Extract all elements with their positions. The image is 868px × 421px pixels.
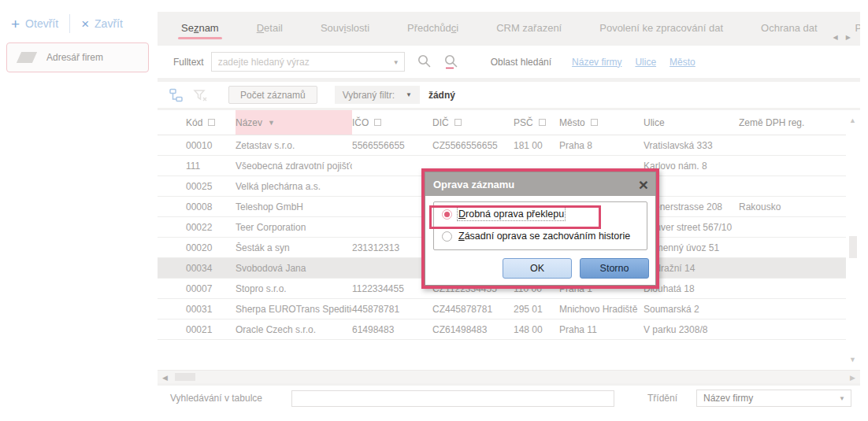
radio-label: Zásadní oprava se zachováním historie <box>458 231 630 242</box>
column-header-di[interactable]: DIČ <box>432 110 514 135</box>
scope-link-n-zev-firmy[interactable]: Název firmy <box>572 57 621 68</box>
hierarchy-icon[interactable] <box>169 87 184 103</box>
sidebar-item-label: Adresář firem <box>46 52 103 63</box>
radio-icon[interactable] <box>442 209 452 220</box>
cell: Šesták a syn <box>236 242 352 253</box>
cell: CZ445878781 <box>432 304 514 315</box>
scroll-left-icon[interactable]: ◀ <box>162 374 168 382</box>
cell: Teer Corporation <box>236 222 352 233</box>
table-search-label: Vyhledávání v tabulce <box>170 393 291 404</box>
radio-option-drobn-oprava-p-eklepu[interactable]: Drobná oprava překlepu <box>442 209 564 220</box>
cell: 181 00 <box>514 140 559 151</box>
search-icon[interactable] <box>417 54 432 70</box>
scope-link-ulice[interactable]: Ulice <box>635 57 656 68</box>
filter-box-icon[interactable] <box>208 119 215 126</box>
column-header-k-d[interactable]: Kód <box>186 110 236 135</box>
clear-filter-icon <box>192 87 208 103</box>
scroll-up-icon[interactable]: ▲ <box>849 116 856 124</box>
grid-header-row: KódNázev▼IČODIČPSČMěstoUliceZemě DPH reg… <box>158 110 846 135</box>
scope-label: Oblast hledání <box>491 57 551 68</box>
tab-bar: SeznamDetailSouvislostiPředchůdciCRM zař… <box>158 12 860 43</box>
cell: V parku 2308/8 <box>644 324 739 335</box>
table-row[interactable]: 00031Sherpa EUROTrans Spedition445878781… <box>158 299 846 319</box>
cell: 00008 <box>186 201 236 212</box>
radio-option-z-sadn-oprava-se-zachov-n-m-historie[interactable]: Zásadní oprava se zachováním historie <box>442 231 630 242</box>
filter-box-icon[interactable] <box>454 119 462 126</box>
options-groupbox: Drobná oprava překlepuZásadní oprava se … <box>433 201 647 250</box>
filter-box-icon[interactable] <box>539 119 546 126</box>
horizontal-scrollbar[interactable]: ◀ ▶ <box>158 370 860 383</box>
tab-crm-za-azen[interactable]: CRM zařazení <box>477 12 581 43</box>
cell: CZ5566556655 <box>432 140 514 151</box>
column-label: Město <box>559 117 585 128</box>
dialog-close-icon[interactable]: × <box>639 176 648 193</box>
open-button[interactable]: + Otevřít <box>11 17 58 31</box>
module-icon <box>17 52 37 63</box>
close-button[interactable]: × Zavřít <box>81 17 123 31</box>
tab-scroll-arrows-icon[interactable]: ◀ ▶ <box>833 34 854 41</box>
cell: 00020 <box>186 242 236 253</box>
filter-box-icon[interactable] <box>591 119 598 126</box>
column-header-zem-dph-reg[interactable]: Země DPH reg. <box>739 110 830 135</box>
vertical-scrollbar-thumb[interactable] <box>849 236 857 258</box>
column-header-m-sto[interactable]: Město <box>559 110 644 135</box>
column-header-ps[interactable]: PSČ <box>514 110 559 135</box>
vertical-scrollbar[interactable]: ▲ ▼ <box>846 110 860 370</box>
record-count-button[interactable]: Počet záznamů <box>228 86 317 104</box>
column-label: DIČ <box>432 117 449 128</box>
column-label: Kód <box>186 117 202 128</box>
horizontal-scrollbar-thumb[interactable] <box>175 373 195 381</box>
scroll-down-icon[interactable]: ▼ <box>849 356 856 364</box>
cell: 00021 <box>186 324 236 335</box>
cell: 111 <box>186 161 236 172</box>
chevron-down-icon: ▼ <box>406 91 412 98</box>
cell: Soumarská 2 <box>644 304 739 315</box>
filter-value: žádný <box>428 90 455 101</box>
scope-link-m-sto[interactable]: Město <box>670 57 696 68</box>
cell: 00025 <box>186 181 236 192</box>
column-header-i-o[interactable]: IČO <box>352 110 432 135</box>
app-window: + Otevřít × Zavřít Adresář firem SeznamD… <box>0 0 868 421</box>
tab-povolen-ke-zpracov-n-dat[interactable]: Povolení ke zpracování dat <box>581 12 742 43</box>
tab-ochrana-dat[interactable]: Ochrana dat <box>742 12 836 43</box>
cell: Všeobecná zdravotní pojišťovna <box>236 161 352 172</box>
tab-p-edch-dci[interactable]: Předchůdci <box>388 12 477 43</box>
storno-button[interactable]: Storno <box>580 258 649 279</box>
table-row[interactable]: 00010Zetastav s.r.o.5566556655CZ55665566… <box>158 135 846 156</box>
filter-select[interactable]: Vybraný filtr: ▼ <box>335 86 420 104</box>
radio-dot <box>444 212 450 217</box>
fulltext-input[interactable] <box>211 52 405 72</box>
cell: Zetastav s.r.o. <box>236 140 352 151</box>
column-header-n-zev[interactable]: Název▼ <box>236 110 352 135</box>
table-row[interactable]: 00021Oracle Czech s.r.o.61498483CZ614984… <box>158 319 846 340</box>
cell: 5566556655 <box>352 140 432 151</box>
dialog-title: Oprava záznamu <box>433 179 514 190</box>
plus-icon: + <box>11 17 20 31</box>
oprava-zaznamu-dialog: Oprava záznamu × Drobná oprava překlepuZ… <box>421 168 659 289</box>
cell: Svobodová Jana <box>236 263 352 274</box>
ok-button[interactable]: OK <box>503 258 572 279</box>
cell: Rakousko <box>739 201 830 212</box>
dialog-body: Drobná oprava překlepuZásadní oprava se … <box>425 196 655 285</box>
tab-souvislosti[interactable]: Souvislosti <box>302 12 388 43</box>
column-label: Název <box>236 117 262 128</box>
table-search-input[interactable] <box>291 390 614 407</box>
radio-icon[interactable] <box>442 231 452 242</box>
tab-seznam[interactable]: Seznam <box>162 12 238 43</box>
grid-footer-bar: Vyhledávání v tabulce Třídění Název firm… <box>158 386 860 411</box>
sort-select[interactable]: Název firmy ▼ <box>696 390 851 407</box>
scroll-right-icon[interactable]: ▶ <box>850 374 855 382</box>
tab-detail[interactable]: Detail <box>238 12 302 43</box>
column-header-ulice[interactable]: Ulice <box>644 110 739 135</box>
column-label: Země DPH reg. <box>739 117 804 128</box>
close-icon: × <box>81 17 89 31</box>
sidebar-item-adresar-firem[interactable]: Adresář firem <box>6 42 149 72</box>
cell: Praha 8 <box>559 140 644 151</box>
search-highlight-icon[interactable] <box>443 54 458 70</box>
cell: 295 01 <box>514 304 559 315</box>
cell: 00007 <box>186 283 236 294</box>
cell: Vratislavská 333 <box>644 140 739 151</box>
cell: 231312313 <box>352 242 432 253</box>
dialog-frame: Oprava záznamu × Drobná oprava překlepuZ… <box>425 172 656 286</box>
filter-box-icon[interactable] <box>374 119 381 126</box>
